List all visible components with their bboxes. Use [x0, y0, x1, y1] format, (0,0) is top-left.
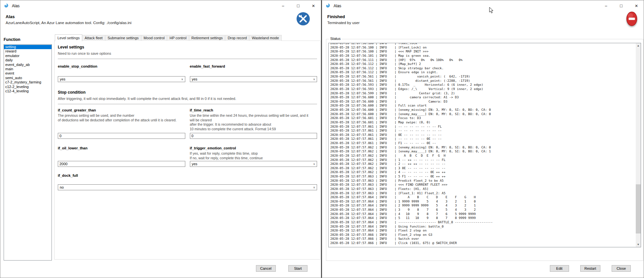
field-if_oil_lower_than: if_oil_lower_than — [58, 146, 185, 167]
tab-mood-control[interactable]: Mood control — [141, 35, 167, 41]
tab-wasteland-mode[interactable]: Wasteland mode — [249, 35, 281, 41]
function-item-main[interactable]: main — [4, 67, 52, 71]
tab-attack-fleet[interactable]: Attack fleet — [82, 35, 105, 41]
function-list: settingrewardemulatordailyevent_daily_ab… — [4, 44, 52, 261]
tab-drop-record[interactable]: Drop record — [225, 35, 249, 41]
form-row-enable: enable_stop_condition yes ∨ enable_fast_… — [58, 64, 317, 82]
left-button-row: Cancel Start — [256, 265, 307, 272]
function-item-c12-4_leveling[interactable]: c12-4_leveling — [4, 89, 52, 93]
enable_stop_condition-select[interactable]: yes ∨ — [58, 76, 185, 82]
function-item-reward[interactable]: reward — [4, 49, 52, 53]
separator — [58, 59, 317, 59]
field-if_dock_full: if_dock_full no ∨ — [58, 173, 317, 190]
section-help-level-settings: Need to run once to save options — [58, 51, 317, 55]
field-help: The previous setting will be used, and t… — [58, 113, 185, 122]
settings-tab-area: Level settingsAttack fleetSubmarine sett… — [54, 34, 321, 260]
maximize-button[interactable]: □ — [614, 0, 629, 11]
right-header: Finished Terminated by user — [322, 11, 644, 35]
function-item-event[interactable]: event — [4, 71, 52, 76]
function-item-c12-2_leveling[interactable]: c12-2_leveling — [4, 85, 52, 89]
close-dialog-button[interactable]: Close — [612, 265, 631, 272]
chevron-down-icon: ∨ — [313, 78, 315, 81]
function-sidebar: Function settingrewardemulatordailyevent… — [4, 37, 52, 261]
field-label: if_count_greater_than — [58, 108, 185, 112]
chevron-down-icon: ∨ — [313, 186, 315, 189]
select-value: yes — [192, 77, 197, 81]
status-window: Alas – □ ✕ Finished Terminated by user S… — [322, 0, 644, 278]
help-line: Use the time within the next 24 hours, t… — [190, 113, 317, 118]
field-if_count_greater_than: if_count_greater_than The previous setti… — [58, 108, 185, 139]
form-row-count-time: if_count_greater_than The previous setti… — [58, 108, 317, 139]
chevron-down-icon: ∨ — [181, 78, 183, 81]
function-item-semi_auto[interactable]: semi_auto — [4, 76, 52, 80]
function-item-event_daily_ab[interactable]: event_daily_ab — [4, 63, 52, 67]
chevron-down-icon: ∨ — [313, 163, 315, 166]
right-window-controls: – □ ✕ — [598, 0, 644, 11]
tab-submarine-settings[interactable]: Submarine settings — [105, 35, 141, 41]
field-label: enable_fast_forward — [190, 64, 317, 68]
help-line: If yes, wait for reply, complete this ti… — [190, 151, 317, 156]
left-titlebar[interactable]: Alas – □ ✕ — [0, 0, 321, 11]
tab-hp-control[interactable]: HP control — [167, 35, 189, 41]
left-header-subtitle: AzurLaneAutoScript, An Azur Lane automat… — [6, 21, 131, 25]
field-label: if_oil_lower_than — [58, 146, 185, 150]
if_dock_full-select[interactable]: no ∨ — [58, 184, 317, 190]
right-window-title: Alas — [334, 4, 341, 8]
help-line: of deductions will be deducted after com… — [58, 118, 185, 123]
right-button-row: Edit Restart Close — [550, 265, 631, 272]
separator — [58, 104, 317, 104]
scrollbar-thumb[interactable] — [636, 184, 641, 233]
section-title-level-settings: Level settings — [58, 45, 317, 50]
finished-subtitle: Terminated by user — [327, 21, 360, 25]
help-line: after the trigger. It is recommended to … — [190, 122, 317, 127]
restart-button[interactable]: Restart — [580, 265, 600, 272]
scroll-down-icon[interactable]: ▼ — [636, 242, 641, 247]
close-button[interactable]: ✕ — [629, 0, 644, 11]
edit-button[interactable]: Edit — [550, 265, 569, 272]
help-line: The previous setting will be used, and t… — [58, 113, 185, 118]
maximize-button[interactable]: □ — [291, 0, 306, 11]
minimize-button[interactable]: – — [275, 0, 291, 11]
left-header-title: Alas — [6, 14, 15, 19]
select-value: yes — [60, 77, 65, 81]
field-label: enable_stop_condition — [58, 64, 185, 68]
function-item-emulator[interactable]: emulator — [4, 54, 52, 58]
desktop-canvas: Alas – □ ✕ Alas AzurLaneAutoScript, An A… — [0, 0, 644, 278]
if_count_greater_than-input[interactable] — [58, 133, 185, 139]
stop-icon — [626, 12, 637, 27]
select-value: no — [60, 185, 64, 189]
if_time_reach-input[interactable] — [190, 133, 317, 139]
if_trigger_emotion_control-select[interactable]: yes ∨ — [190, 161, 317, 167]
tools-icon — [296, 12, 310, 26]
log-scrollbar[interactable]: ▲ ▼ — [636, 43, 641, 247]
field-help: If yes, wait for reply, complete this ti… — [190, 151, 317, 160]
help-line: 10 minutes to complete the current attac… — [190, 127, 317, 132]
function-item-c7-2_mystery_farming[interactable]: c7-2_mystery_farming — [4, 80, 52, 84]
right-titlebar[interactable]: Alas – □ ✕ — [322, 0, 644, 11]
field-help: Use the time within the next 24 hours, t… — [190, 113, 317, 132]
left-window-title: Alas — [12, 4, 19, 8]
close-button[interactable]: ✕ — [306, 0, 321, 11]
help-line: If no, wait for reply, complete this tim… — [190, 156, 317, 161]
log-output: 2020-05-28 12:07:56.100 | INFO | fleet_l… — [330, 43, 635, 245]
scroll-up-icon[interactable]: ▲ — [636, 43, 641, 48]
cancel-button[interactable]: Cancel — [256, 265, 276, 272]
field-enable_stop_condition: enable_stop_condition yes ∨ — [58, 64, 185, 82]
if_oil_lower_than-input[interactable] — [58, 161, 185, 167]
mouse-cursor — [489, 7, 493, 14]
tab-level-settings[interactable]: Level settings — [55, 34, 82, 41]
field-label: if_dock_full — [58, 173, 317, 177]
finished-title: Finished — [327, 14, 345, 19]
select-value: yes — [192, 162, 197, 166]
log-viewer: 2020-05-28 12:07:56.100 | INFO | fleet_l… — [328, 43, 641, 247]
enable_fast_forward-select[interactable]: yes ∨ — [190, 76, 317, 82]
form-row-oil-emotion: if_oil_lower_than if_trigger_emotion_con… — [58, 146, 317, 167]
status-group: Status 2020-05-28 12:07:56.100 | INFO | … — [326, 39, 643, 261]
config-window: Alas – □ ✕ Alas AzurLaneAutoScript, An A… — [0, 0, 322, 278]
tab-bar: Level settingsAttack fleetSubmarine sett… — [54, 34, 321, 41]
start-button[interactable]: Start — [288, 265, 307, 272]
tab-retirement-settings[interactable]: Retirement settings — [189, 35, 226, 41]
minimize-button[interactable]: – — [598, 0, 614, 11]
function-item-setting[interactable]: setting — [4, 45, 52, 49]
function-item-daily[interactable]: daily — [4, 58, 52, 62]
